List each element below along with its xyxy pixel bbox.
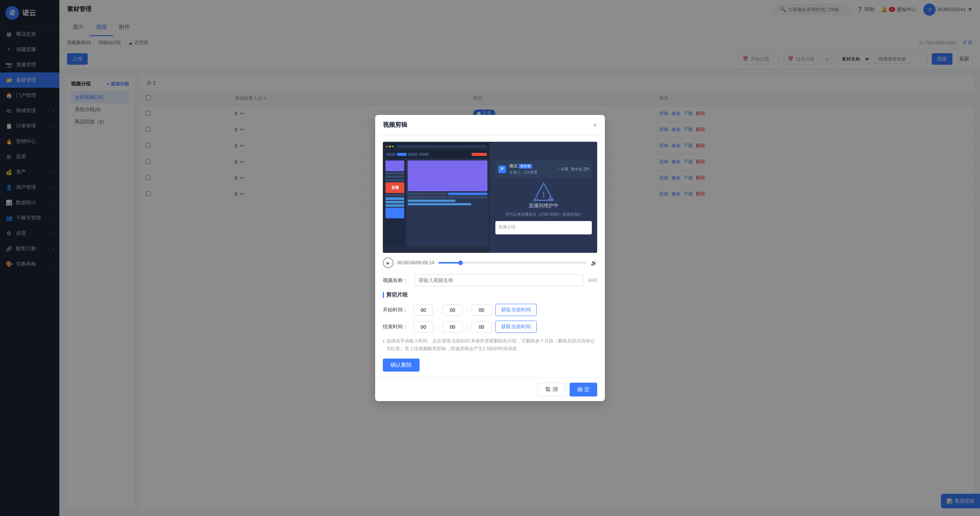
progress-bar[interactable] (438, 262, 587, 264)
sub-row (408, 193, 487, 195)
start-time-min[interactable] (443, 305, 462, 316)
video-name-row: 视频名称： 0/40 (383, 274, 597, 286)
progress-fill (438, 262, 461, 264)
end-time-label: 结束时间： (383, 323, 410, 330)
sub-row (408, 196, 487, 198)
video-name-input[interactable] (414, 274, 584, 286)
mock-sub (433, 196, 488, 198)
mock-item-blue (385, 197, 404, 200)
clip-section-title: 剪切片段 (383, 292, 597, 298)
confirm-delete-btn[interactable]: 确认删除 (383, 359, 420, 372)
platform-icon: P (498, 165, 506, 173)
mock-item (385, 194, 404, 197)
browser-mock: 直播 (383, 142, 490, 253)
video-name-counter: 0/40 (588, 278, 597, 283)
time-colon-4: : (466, 324, 468, 330)
maintenance-title: 直播间维护中 (529, 202, 559, 209)
sub-row (408, 200, 487, 202)
end-time-sec[interactable] (472, 321, 492, 333)
blue-card (385, 208, 404, 218)
video-clip-modal: 视频剪辑 × (375, 115, 605, 401)
time-colon-2: : (466, 307, 468, 313)
mock-sub-blue (448, 193, 488, 195)
time-display: 00:00:00/00:06:14 (397, 260, 434, 265)
max-dot (392, 146, 394, 147)
progress-thumb (458, 260, 463, 265)
cancel-btn[interactable]: 取 消 (537, 383, 566, 396)
browser-bar (384, 143, 488, 149)
right-col (407, 159, 488, 246)
video-left-panel: 直播 (383, 142, 490, 253)
nav-bar-mock (384, 151, 488, 158)
end-time-min[interactable] (443, 321, 462, 333)
mock-sub (408, 196, 431, 198)
platform-name: 测试 有件事 (509, 163, 553, 169)
left-col: 直播 (384, 159, 405, 246)
time-colon-3: : (437, 324, 439, 330)
confirm-btn[interactable]: 确 定 (570, 383, 597, 396)
video-name-label: 视频名称： (383, 277, 410, 284)
description-box: 直播介绍 (495, 221, 592, 234)
hint-text: ℹ 选择或手动输入时间，点击'获取当前时间'来操作需要删除的片段，可删除多个片段… (383, 337, 597, 352)
main-thumbnail (408, 161, 487, 191)
maintenance-sub: 您可以将直播状态（LIVE-4000）反馈给我们 (502, 211, 585, 217)
modal-body: 直播 (375, 136, 605, 377)
end-time-row: 结束时间： : : 获取当前时间 (383, 321, 597, 333)
close-dot (386, 146, 388, 147)
mock-sub-blue (408, 203, 471, 205)
modal-footer: 取 消 确 定 (375, 378, 605, 401)
nav-item (386, 153, 395, 156)
platform-meta: 主播人 · 3次观看 (509, 170, 553, 175)
mock-item (385, 172, 404, 175)
mock-item-blue (385, 201, 404, 203)
warning-section: ! 直播间维护中 您可以将直播状态（LIVE-4000）反馈给我们 (495, 181, 592, 217)
min-dot (389, 146, 391, 147)
svg-text:!: ! (542, 190, 545, 199)
modal-close-btn[interactable]: × (593, 122, 597, 129)
mock-item (385, 179, 404, 182)
video-preview-inner: 直播 (383, 142, 597, 253)
video-preview: 直播 (383, 142, 597, 253)
platform-info: 测试 有件事 主播人 · 3次观看 (509, 163, 553, 175)
time-colon-1: : (437, 307, 439, 313)
get-start-time-btn[interactable]: 获取当前时间 (495, 304, 537, 316)
volume-btn[interactable]: 🔊 (591, 260, 597, 266)
platform-bar: P 测试 有件事 主播人 · 3次观看 ↗ 分享 简中文-ZH (495, 160, 592, 178)
start-time-sec[interactable] (472, 305, 492, 316)
mock-item (385, 175, 404, 178)
start-time-hour[interactable] (413, 305, 433, 316)
modal-title: 视频剪辑 (383, 121, 407, 129)
warning-triangle-icon: ! (532, 181, 555, 202)
end-time-hour[interactable] (413, 321, 433, 333)
modal-overlay: 视频剪辑 × (0, 0, 980, 516)
modal-header: 视频剪辑 × (375, 115, 605, 136)
mock-thumbnail (385, 161, 404, 171)
sub-row (408, 203, 487, 205)
red-card: 直播 (385, 182, 404, 193)
platform-actions: ↗ 分享 简中文-ZH (556, 167, 589, 172)
nav-item-active (397, 153, 407, 156)
video-right-panel: P 测试 有件事 主播人 · 3次观看 ↗ 分享 简中文-ZH (490, 142, 597, 253)
start-time-label: 开始时间： (383, 306, 410, 313)
nav-item (408, 153, 418, 156)
mock-sub-blue (408, 200, 456, 202)
mock-sub (408, 193, 447, 195)
content-grid: 直播 (384, 159, 488, 246)
get-end-time-btn[interactable]: 获取当前时间 (495, 321, 537, 333)
mock-item-blue (385, 204, 404, 207)
description-label: 直播介绍 (498, 224, 589, 230)
nav-item (419, 153, 429, 156)
play-btn[interactable]: ▶ (383, 257, 394, 268)
info-icon: ℹ (383, 338, 385, 352)
video-controls: ▶ 00:00:00/00:06:14 🔊 (383, 257, 597, 268)
red-btn (472, 153, 487, 156)
url-bar (397, 145, 487, 148)
start-time-row: 开始时间： : : 获取当前时间 (383, 304, 597, 316)
